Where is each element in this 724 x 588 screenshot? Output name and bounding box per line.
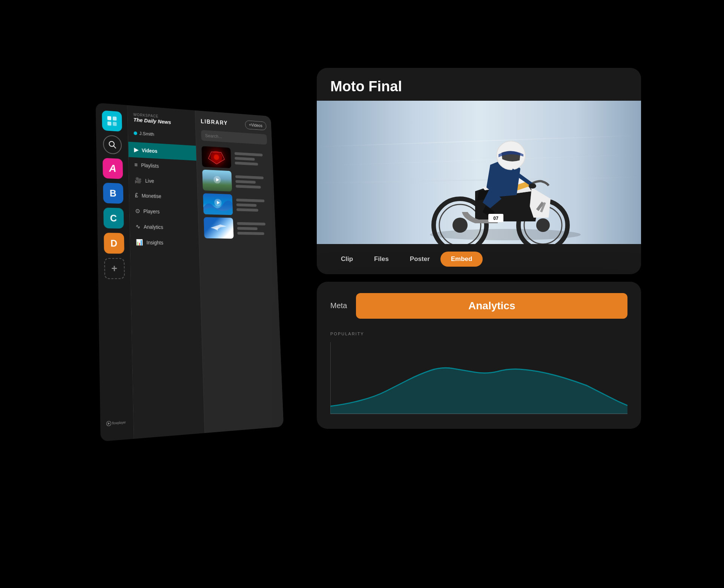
nav-item-live[interactable]: 🎥 Live xyxy=(129,172,197,190)
svg-text:07: 07 xyxy=(493,216,499,221)
video-info-3 xyxy=(236,198,270,212)
video-preview: 07 xyxy=(317,101,641,244)
sidebar-icon-b[interactable]: B xyxy=(103,183,123,204)
video-info-2 xyxy=(235,175,269,189)
svg-point-19 xyxy=(452,218,468,233)
video-line xyxy=(235,175,264,179)
list-item[interactable] xyxy=(201,146,268,170)
svg-rect-0 xyxy=(107,116,111,120)
nav-label-players: Players xyxy=(143,208,160,214)
video-line xyxy=(237,227,258,230)
nav-item-players[interactable]: ⊙ Players xyxy=(129,203,198,220)
svg-rect-3 xyxy=(112,121,117,126)
nav-item-analytics[interactable]: ∿ Analytics xyxy=(130,218,198,235)
play-icon xyxy=(213,176,221,186)
video-thumbnail-4 xyxy=(204,217,234,238)
nav-label-monetise: Monetise xyxy=(141,193,161,199)
video-line xyxy=(236,208,258,212)
live-icon: 🎥 xyxy=(135,177,142,184)
video-thumbnail-3 xyxy=(203,193,233,215)
video-thumbnail-2 xyxy=(202,169,232,191)
analytics-row: Meta Analytics xyxy=(330,293,627,319)
video-line xyxy=(237,232,264,235)
svg-point-27 xyxy=(529,183,536,189)
moto-svg: 07 xyxy=(317,101,641,244)
chart-svg xyxy=(330,342,627,418)
tab-poster[interactable]: Poster xyxy=(399,252,440,267)
nav-label-insights: Insights xyxy=(146,239,163,245)
left-panel: A B C D + flowpla xyxy=(96,103,284,441)
right-panel: Moto Final xyxy=(317,68,656,426)
nav-label-analytics: Analytics xyxy=(144,224,163,230)
library-panel: LIBRARY +Videos xyxy=(195,110,284,433)
video-line xyxy=(237,222,265,225)
tab-embed[interactable]: Embed xyxy=(440,252,483,267)
add-videos-button[interactable]: +Videos xyxy=(245,120,267,130)
video-line xyxy=(236,185,261,189)
svg-point-22 xyxy=(536,218,550,232)
nav-label-live: Live xyxy=(145,178,154,184)
moto-background: 07 xyxy=(317,101,641,244)
video-line xyxy=(235,180,255,184)
list-item[interactable] xyxy=(202,169,269,193)
nav-sidebar: WORKSPACE The Daily News J.Smith ▶ Video… xyxy=(127,105,205,439)
videos-icon: ▶ xyxy=(134,146,138,153)
nav-item-monetise[interactable]: £ Monetise xyxy=(129,187,198,205)
insights-icon: 📊 xyxy=(136,238,143,246)
video-list xyxy=(196,146,276,239)
user-name: J.Smith xyxy=(139,130,154,137)
analytics-icon: ∿ xyxy=(135,223,140,230)
video-line xyxy=(235,152,263,156)
svg-text:flowplayer: flowplayer xyxy=(112,421,126,425)
sidebar-icon-d[interactable]: D xyxy=(104,232,124,253)
sidebar-icon-search[interactable] xyxy=(103,135,122,154)
video-tabs: Clip Files Poster Embed xyxy=(317,244,641,274)
tab-clip[interactable]: Clip xyxy=(330,252,364,267)
video-line xyxy=(236,198,264,202)
players-icon: ⊙ xyxy=(135,207,140,214)
list-item[interactable] xyxy=(204,217,271,239)
user-status-dot xyxy=(133,131,137,135)
meta-label: Meta xyxy=(330,301,347,310)
svg-line-5 xyxy=(114,146,116,148)
video-thumbnail-1 xyxy=(201,146,231,168)
popularity-label: POPULARITY xyxy=(330,332,627,336)
flowplayer-logo: flowplayer xyxy=(106,419,128,433)
scene: A B C D + flowpla xyxy=(98,68,626,520)
sidebar-icon-add[interactable]: + xyxy=(104,258,125,279)
analytics-button[interactable]: Analytics xyxy=(356,293,627,319)
svg-rect-1 xyxy=(112,116,117,120)
list-item[interactable] xyxy=(203,193,270,216)
play-icon xyxy=(214,198,222,208)
video-card: Moto Final xyxy=(317,68,641,274)
popularity-section: POPULARITY xyxy=(330,328,627,418)
video-info-4 xyxy=(237,222,271,235)
popularity-chart xyxy=(330,342,627,418)
svg-point-16 xyxy=(430,229,581,240)
monetise-icon: £ xyxy=(135,192,138,199)
video-line xyxy=(235,157,255,160)
svg-marker-7 xyxy=(108,422,110,425)
library-title: LIBRARY xyxy=(201,118,228,126)
video-line xyxy=(235,161,258,165)
nav-label-playlists: Playlists xyxy=(141,162,159,169)
video-title: Moto Final xyxy=(317,68,641,101)
svg-rect-2 xyxy=(107,121,111,125)
nav-item-insights[interactable]: 📊 Insights xyxy=(130,234,199,250)
video-info-1 xyxy=(235,152,268,166)
sidebar-icon-a[interactable]: A xyxy=(103,158,123,179)
nav-label-videos: Videos xyxy=(142,147,158,154)
video-line xyxy=(236,203,257,207)
tab-files[interactable]: Files xyxy=(364,252,399,267)
playlists-icon: ≡ xyxy=(134,161,138,168)
sidebar-icon-c[interactable]: C xyxy=(103,207,124,229)
analytics-panel: Meta Analytics POPULARITY xyxy=(317,282,641,429)
sidebar-icon-workspace[interactable] xyxy=(102,110,122,132)
